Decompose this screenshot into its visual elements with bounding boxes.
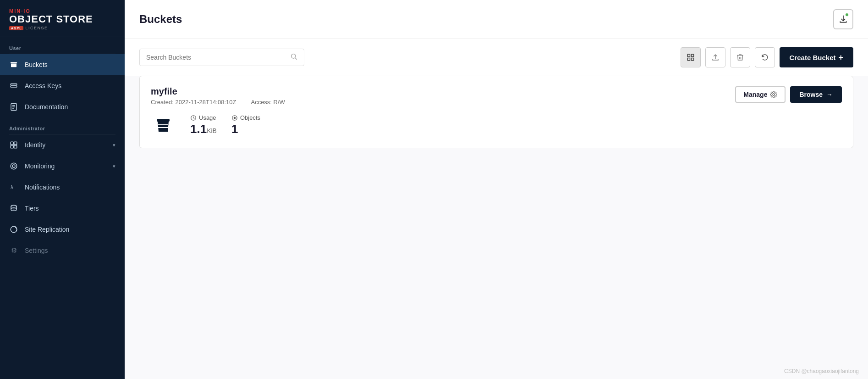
sidebar-item-identity[interactable]: Identity ▾ [0, 134, 125, 156]
usage-value: 1.1KiB [190, 122, 217, 136]
objects-stat: Objects 1 [231, 114, 260, 136]
sidebar-item-label-identity: Identity [25, 141, 45, 149]
sidebar-item-label-tiers: Tiers [25, 205, 39, 212]
trash-icon [736, 53, 744, 61]
svg-point-13 [11, 163, 17, 169]
bucket-icon-container [151, 113, 176, 138]
search-icon [290, 53, 297, 62]
brand-subtitle: AGPL LICENSE [9, 26, 115, 30]
sidebar-item-label-monitoring: Monitoring [25, 162, 55, 170]
usage-icon [190, 115, 197, 121]
gear-icon [770, 91, 777, 98]
sidebar-item-label-site-replication: Site Replication [25, 226, 69, 233]
objects-text: Objects [240, 114, 260, 121]
settings-icon: ⚙ [9, 246, 18, 255]
bucket-name: myfile [151, 86, 285, 97]
manage-label: Manage [743, 91, 767, 98]
site-replication-icon [9, 225, 18, 234]
objects-label: Objects [231, 114, 260, 121]
usage-text: Usage [199, 114, 216, 121]
sidebar-item-settings[interactable]: ⚙ Settings [0, 240, 125, 261]
toolbar: Create Bucket + [125, 39, 868, 76]
sidebar: MIN·IO OBJECT STORE AGPL LICENSE User Bu… [0, 0, 125, 379]
grid-icon [687, 53, 695, 61]
usage-label: Usage [190, 114, 217, 121]
create-bucket-plus-icon: + [838, 53, 843, 62]
sidebar-item-tiers[interactable]: Tiers [0, 198, 125, 219]
notifications-icon: λ [9, 183, 18, 192]
bucket-access: Access: R/W [251, 99, 285, 106]
header-actions [833, 9, 853, 29]
buckets-content: myfile Created: 2022-11-28T14:08:10Z Acc… [125, 76, 868, 379]
svg-point-24 [773, 94, 775, 95]
logo-area: MIN·IO OBJECT STORE AGPL LICENSE [0, 0, 125, 37]
svg-rect-9 [11, 142, 13, 145]
bucket-card: myfile Created: 2022-11-28T14:08:10Z Acc… [139, 76, 853, 148]
access-keys-icon [9, 81, 18, 90]
usage-stat: Usage 1.1KiB [190, 114, 217, 136]
bucket-stats: Usage 1.1KiB Objects 1 [151, 113, 842, 138]
svg-rect-4 [11, 86, 17, 87]
download-button[interactable] [833, 9, 853, 29]
svg-text:λ: λ [11, 184, 13, 190]
search-box [139, 49, 304, 66]
delete-button[interactable] [730, 47, 750, 67]
sidebar-item-site-replication[interactable]: Site Replication [0, 219, 125, 240]
sidebar-item-label-documentation: Documentation [25, 103, 68, 111]
objects-icon [231, 115, 238, 121]
svg-point-16 [11, 205, 16, 207]
buckets-icon [9, 60, 18, 69]
sidebar-item-label-settings: Settings [25, 247, 48, 254]
refresh-icon [761, 53, 769, 61]
page-title: Buckets [139, 13, 182, 26]
objects-value: 1 [231, 122, 260, 136]
bucket-big-icon [153, 115, 173, 135]
svg-point-18 [291, 54, 296, 58]
sidebar-item-label-access-keys: Access Keys [25, 82, 61, 89]
grid-view-button[interactable] [681, 47, 701, 67]
monitoring-chevron-icon: ▾ [113, 163, 115, 169]
svg-point-14 [12, 165, 15, 167]
bucket-created: Created: 2022-11-28T14:08:10Z [151, 99, 236, 106]
tiers-icon [9, 204, 18, 213]
brand-title: OBJECT STORE [9, 14, 115, 25]
svg-rect-12 [14, 145, 17, 148]
identity-icon [9, 140, 18, 150]
svg-rect-1 [11, 64, 16, 67]
main-content: Buckets [125, 0, 868, 379]
identity-chevron-icon: ▾ [113, 142, 115, 148]
user-section-label: User [0, 37, 125, 54]
bucket-meta: Created: 2022-11-28T14:08:10Z Access: R/… [151, 99, 285, 106]
sidebar-item-buckets[interactable]: Buckets [0, 54, 125, 75]
license-badge: AGPL [9, 26, 23, 30]
svg-point-30 [234, 117, 236, 119]
sidebar-item-label-buckets: Buckets [25, 61, 48, 68]
svg-rect-10 [14, 142, 17, 145]
manage-button[interactable]: Manage [735, 86, 786, 103]
svg-rect-3 [11, 84, 17, 85]
svg-line-19 [295, 58, 297, 60]
browse-button[interactable]: Browse → [790, 86, 842, 103]
svg-rect-22 [687, 58, 690, 61]
create-bucket-label: Create Bucket [790, 54, 836, 61]
sidebar-item-notifications[interactable]: λ Notifications [0, 177, 125, 198]
create-bucket-button[interactable]: Create Bucket + [780, 47, 853, 67]
admin-section-label: Administrator [0, 117, 125, 134]
refresh-button[interactable] [755, 47, 775, 67]
bucket-info: myfile Created: 2022-11-28T14:08:10Z Acc… [151, 86, 285, 106]
sidebar-item-monitoring[interactable]: Monitoring ▾ [0, 156, 125, 177]
bucket-card-header: myfile Created: 2022-11-28T14:08:10Z Acc… [151, 86, 842, 106]
upload-button[interactable] [705, 47, 725, 67]
svg-rect-21 [691, 54, 693, 56]
sidebar-item-access-keys[interactable]: Access Keys [0, 75, 125, 96]
svg-rect-11 [11, 145, 13, 148]
sidebar-item-documentation[interactable]: Documentation [0, 96, 125, 117]
bucket-actions: Manage Browse → [735, 86, 842, 103]
notification-dot [845, 13, 849, 17]
svg-rect-20 [687, 54, 690, 56]
search-input[interactable] [146, 54, 286, 61]
footer-watermark: CSDN @chaogaoxiaojifantong [784, 368, 859, 374]
documentation-icon [9, 102, 18, 111]
browse-arrow-icon: → [826, 91, 833, 98]
svg-rect-23 [691, 58, 693, 61]
